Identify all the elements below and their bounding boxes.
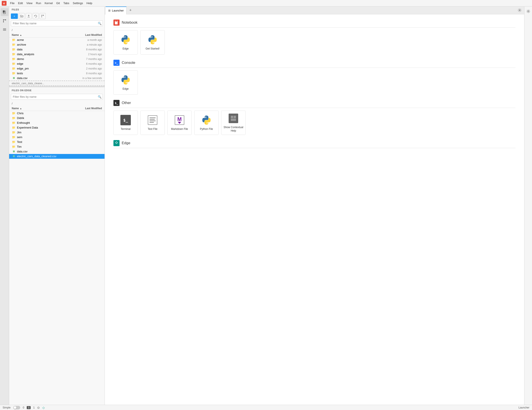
- file-time: 8 months ago: [74, 48, 102, 51]
- files-table: Name ▲ Last Modified 📁 acme a month ago …: [9, 33, 104, 86]
- table-row[interactable]: 📁 Experiment Data: [9, 125, 104, 130]
- new-folder-button[interactable]: [19, 13, 25, 19]
- launcher-item-get-started[interactable]: Get Started!: [140, 30, 165, 55]
- launcher-item-terminal[interactable]: $_ Terminal: [114, 111, 138, 135]
- folder-icon: 📁: [12, 57, 16, 61]
- console-section-title: Console: [122, 61, 135, 65]
- table-row[interactable]: 📁 Chris: [9, 111, 104, 116]
- edge-search-button[interactable]: 🔍: [98, 95, 102, 99]
- table-row[interactable]: 📁 Jim: [9, 130, 104, 135]
- folder-icon: 📁: [12, 43, 16, 46]
- markdown-icon-box: M: [175, 115, 184, 125]
- table-row[interactable]: 📁 Tim: [9, 144, 104, 149]
- upload-button[interactable]: [26, 13, 32, 19]
- launcher-item-text-file[interactable]: Text File: [140, 111, 165, 135]
- edge-console-label: Edge: [123, 87, 129, 91]
- table-row[interactable]: 📁 edge 6 months ago: [9, 61, 104, 66]
- status-count1: 0: [23, 406, 24, 409]
- main-layout: FILES + +: [0, 7, 532, 405]
- file-name: data_analysis: [17, 53, 74, 56]
- menu-kernel[interactable]: Kernel: [43, 1, 55, 6]
- edge-name-column-header[interactable]: Name ▲: [12, 107, 74, 110]
- status-launcher: Launcher: [519, 406, 529, 409]
- menu-help[interactable]: Help: [85, 1, 94, 6]
- folder-icon: 📁: [12, 62, 16, 65]
- csv-icon: ⊞: [12, 150, 16, 153]
- file-name: edge_pm: [17, 67, 74, 70]
- dashed-separator: electric_cars_data_cleane...: [9, 81, 104, 86]
- file-name: data.csv: [17, 150, 74, 153]
- menu-settings[interactable]: Settings: [71, 1, 85, 6]
- refresh-button[interactable]: [33, 13, 39, 19]
- git-button[interactable]: [39, 13, 46, 19]
- launcher-item-markdown[interactable]: M Markdown File: [167, 111, 192, 135]
- other-items: $_ Terminal: [114, 111, 515, 135]
- edge-console-icon: [120, 74, 131, 85]
- table-row[interactable]: 📁 Didrik: [9, 116, 104, 121]
- file-name: sem: [17, 136, 74, 139]
- files-toolbar: + +: [9, 12, 104, 20]
- launcher-item-python-file[interactable]: Python File: [194, 111, 219, 135]
- table-row[interactable]: 📁 archive a minute ago: [9, 42, 104, 47]
- table-row[interactable]: 📁 edge_pm 2 months ago: [9, 66, 104, 71]
- folder-icon: 📁: [12, 140, 16, 144]
- launcher-item-edge-console[interactable]: Edge: [114, 70, 138, 95]
- file-name: edge: [17, 62, 74, 65]
- edge-modified-column-header[interactable]: Last Modified: [74, 107, 102, 110]
- table-row[interactable]: ⊞ data.csv: [9, 149, 104, 154]
- svg-point-17: [41, 17, 42, 17]
- file-name: Test: [17, 140, 74, 144]
- other-section-title: Other: [122, 101, 131, 105]
- table-row[interactable]: 📁 demo 7 months ago: [9, 57, 104, 61]
- folder-icon: 📁: [12, 117, 16, 120]
- activity-commands[interactable]: [1, 26, 9, 33]
- new-file-button[interactable]: + +: [11, 13, 18, 19]
- table-row[interactable]: 📁 data_analysis 2 hours ago: [9, 52, 104, 57]
- activity-files[interactable]: [1, 8, 9, 16]
- simple-toggle[interactable]: [13, 406, 20, 409]
- table-row[interactable]: 📁 sem: [9, 135, 104, 140]
- menu-run[interactable]: Run: [34, 1, 43, 6]
- file-name: electric_cars_data_cleaned.csv: [17, 155, 74, 158]
- other-section-header: $_ Other: [114, 100, 515, 108]
- launcher-item-edge-notebook[interactable]: Edge: [114, 30, 138, 55]
- table-row[interactable]: 📁 acme a month ago: [9, 37, 104, 42]
- menu-edit[interactable]: Edit: [16, 1, 25, 6]
- table-row[interactable]: 📁 Enthought: [9, 121, 104, 125]
- table-row[interactable]: 📁 Test: [9, 140, 104, 144]
- menu-file[interactable]: File: [8, 1, 16, 6]
- file-name: Jim: [17, 131, 74, 134]
- table-row[interactable]: ⊞ data.csv in a few seconds: [9, 76, 104, 81]
- edge-notebook-label: Edge: [123, 47, 129, 51]
- table-row[interactable]: 📁 tests 8 months ago: [9, 71, 104, 76]
- settings-button[interactable]: [517, 7, 522, 14]
- menu-git[interactable]: Git: [55, 1, 62, 6]
- folder-icon: 📁: [12, 121, 16, 124]
- menu-tabs[interactable]: Tabs: [61, 1, 71, 6]
- right-settings-button[interactable]: [525, 8, 531, 15]
- table-row[interactable]: ⊞ electric_cars_data_cleaned.csv: [9, 154, 104, 159]
- file-name: Didrik: [17, 116, 74, 120]
- files-search-input[interactable]: [11, 20, 103, 26]
- name-column-header[interactable]: Name ▲: [12, 33, 74, 37]
- launcher-section-other: $_ Other $_ Terminal: [114, 100, 515, 135]
- file-time: a month ago: [74, 38, 102, 41]
- modified-column-header[interactable]: Last Modified: [74, 33, 102, 37]
- files-search-button[interactable]: 🔍: [98, 22, 102, 25]
- tab-bar: ⊞ Launcher +: [105, 7, 524, 14]
- tab-launcher[interactable]: ⊞ Launcher: [106, 7, 126, 14]
- other-icon-text: $_: [115, 102, 118, 105]
- new-tab-button[interactable]: +: [127, 7, 133, 13]
- launcher-item-help[interactable]: Show Contextual Help: [221, 111, 246, 135]
- svg-point-18: [519, 10, 520, 11]
- file-name: archive: [17, 43, 74, 46]
- activity-git[interactable]: [1, 17, 9, 25]
- menu-view[interactable]: View: [25, 1, 34, 6]
- file-name: Chris: [17, 112, 74, 115]
- settings-area: [517, 7, 522, 14]
- status-bar: Simple 0 S 1 ⊙ ◇ Launcher: [0, 405, 532, 410]
- edge-search-input[interactable]: [11, 94, 103, 100]
- svg-rect-21: [231, 116, 233, 118]
- table-row[interactable]: 📁 data 8 months ago: [9, 47, 104, 52]
- svg-point-6: [3, 19, 4, 20]
